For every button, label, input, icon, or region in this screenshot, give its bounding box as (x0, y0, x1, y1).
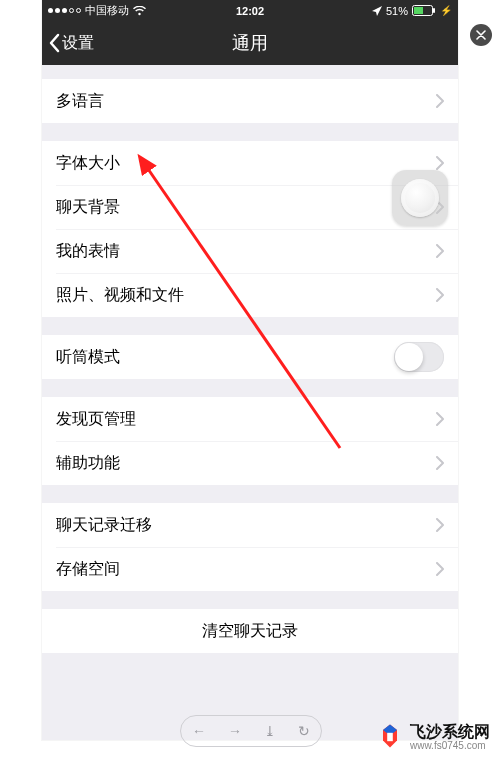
cell-earpiece-mode[interactable]: 听筒模式 (42, 335, 458, 379)
svg-rect-1 (414, 7, 423, 14)
chevron-right-icon (436, 156, 444, 170)
toggle-knob (395, 343, 423, 371)
settings-list: 多语言 字体大小 聊天背景 我的表情 照片、视频和文件 (42, 79, 458, 653)
back-label: 设置 (62, 33, 94, 54)
cell-label: 字体大小 (56, 153, 436, 174)
assistive-touch-button[interactable] (392, 170, 448, 226)
chevron-right-icon (436, 412, 444, 426)
cell-discover-manage[interactable]: 发现页管理 (42, 397, 458, 441)
assistive-touch-icon (401, 179, 439, 217)
close-overlay-button[interactable] (470, 24, 492, 46)
phone-frame: 中国移动 12:02 51% ⚡ (42, 0, 458, 740)
cell-storage[interactable]: 存储空间 (42, 547, 458, 591)
cell-chat-migrate[interactable]: 聊天记录迁移 (42, 503, 458, 547)
cell-stickers[interactable]: 我的表情 (42, 229, 458, 273)
cell-label: 多语言 (56, 91, 436, 112)
charging-icon: ⚡ (440, 5, 452, 16)
cell-label: 听筒模式 (56, 347, 394, 368)
watermark-logo-icon (376, 723, 404, 751)
image-viewer-toolbar: ← → ⤓ ↻ (180, 715, 322, 747)
carrier-label: 中国移动 (85, 3, 129, 18)
chevron-right-icon (436, 562, 444, 576)
clear-chat-history-button[interactable]: 清空聊天记录 (42, 609, 458, 653)
page-title: 通用 (42, 31, 458, 55)
rotate-icon[interactable]: ↻ (298, 723, 310, 739)
svg-rect-4 (387, 733, 393, 741)
status-bar: 中国移动 12:02 51% ⚡ (42, 0, 458, 21)
chevron-left-icon (48, 33, 60, 53)
svg-rect-2 (433, 8, 435, 13)
prev-icon[interactable]: ← (192, 723, 206, 739)
toggle-switch[interactable] (394, 342, 444, 372)
cell-label: 辅助功能 (56, 453, 436, 474)
cell-language[interactable]: 多语言 (42, 79, 458, 123)
chevron-right-icon (436, 456, 444, 470)
cell-label: 聊天记录迁移 (56, 515, 436, 536)
chevron-right-icon (436, 288, 444, 302)
cell-label: 发现页管理 (56, 409, 436, 430)
battery-icon (412, 5, 436, 16)
chevron-right-icon (436, 94, 444, 108)
signal-dots-icon (48, 8, 81, 13)
back-button[interactable]: 设置 (42, 33, 94, 54)
watermark: 飞沙系统网 www.fs0745.com (376, 723, 490, 751)
cell-media-files[interactable]: 照片、视频和文件 (42, 273, 458, 317)
cell-label: 存储空间 (56, 559, 436, 580)
cell-label: 照片、视频和文件 (56, 285, 436, 306)
download-icon[interactable]: ⤓ (264, 723, 276, 739)
watermark-brand: 飞沙系统网 (410, 724, 490, 740)
next-icon[interactable]: → (228, 723, 242, 739)
cell-label: 我的表情 (56, 241, 436, 262)
chevron-right-icon (436, 518, 444, 532)
nav-bar: 设置 通用 (42, 21, 458, 65)
chevron-right-icon (436, 244, 444, 258)
group-2: 字体大小 聊天背景 我的表情 照片、视频和文件 (42, 141, 458, 317)
battery-pct: 51% (386, 5, 408, 17)
location-icon (372, 6, 382, 16)
group-4: 发现页管理 辅助功能 (42, 397, 458, 485)
group-3: 听筒模式 (42, 335, 458, 379)
cell-label: 聊天背景 (56, 197, 436, 218)
group-1: 多语言 (42, 79, 458, 123)
clear-label: 清空聊天记录 (202, 621, 298, 642)
wifi-icon (133, 6, 146, 16)
cell-accessibility[interactable]: 辅助功能 (42, 441, 458, 485)
watermark-url: www.fs0745.com (410, 740, 490, 751)
group-5: 聊天记录迁移 存储空间 (42, 503, 458, 591)
close-icon (476, 30, 486, 40)
